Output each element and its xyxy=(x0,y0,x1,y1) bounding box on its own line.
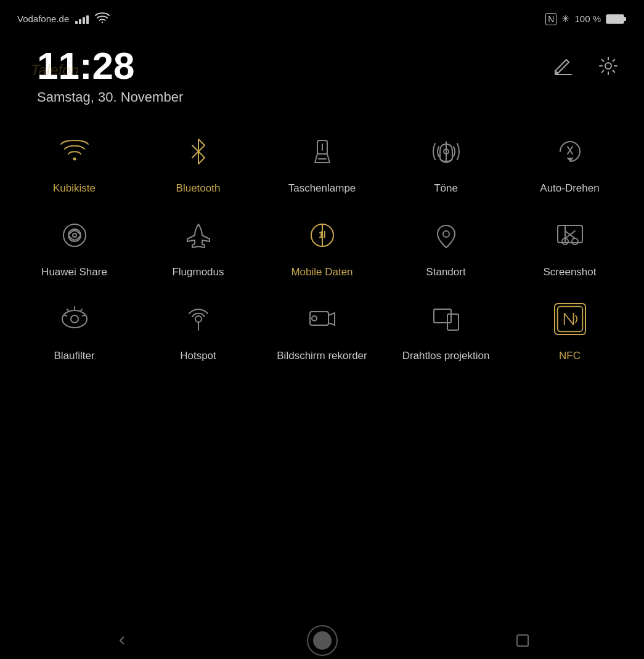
taschenlampe-icon xyxy=(301,130,344,173)
kubikiste-label: Kubikiste xyxy=(53,182,96,195)
toggles-section: Kubikiste Bluetooth Taschenlampe xyxy=(0,111,644,369)
svg-line-31 xyxy=(67,309,68,311)
toggle-autodrehen[interactable]: Auto-Drehen xyxy=(515,124,626,201)
svg-point-20 xyxy=(443,231,449,237)
blaufilter-icon xyxy=(53,297,96,341)
svg-point-4 xyxy=(605,63,611,69)
taschenlampe-label: Taschenlampe xyxy=(288,182,356,195)
toggle-kubikiste[interactable]: Kubikiste xyxy=(19,124,130,201)
toggle-standort[interactable]: Standort xyxy=(391,208,502,285)
toggle-screenshot[interactable]: Screenshot xyxy=(515,208,626,285)
clock-actions xyxy=(553,45,619,82)
svg-point-28 xyxy=(62,310,87,328)
bluetooth-icon xyxy=(177,130,220,173)
bottom-bar xyxy=(0,622,644,659)
tone-label: Töne xyxy=(434,182,458,195)
drahtlos-projektion-label: Drahtlos projektion xyxy=(402,349,490,363)
svg-point-25 xyxy=(572,238,578,245)
toggle-huawei-share[interactable]: Huawei Share xyxy=(19,208,130,285)
blaufilter-label: Blaufilter xyxy=(54,349,94,363)
toggle-hotspot[interactable]: Hotspot xyxy=(143,291,254,369)
huawei-share-icon xyxy=(53,214,96,257)
svg-text:1l: 1l xyxy=(319,230,326,240)
bildschirm-rekorder-icon xyxy=(301,297,344,341)
status-bar: Vodafone.de N ✳ 100 % xyxy=(0,0,644,33)
svg-point-5 xyxy=(73,158,76,161)
nfc-status-icon: N xyxy=(545,13,556,25)
svg-rect-37 xyxy=(310,312,328,325)
svg-rect-1 xyxy=(606,15,624,23)
drahtlos-projektion-icon xyxy=(425,297,468,341)
battery-percent: 100 % xyxy=(574,14,601,24)
toggles-row-3: Blaufilter Hotspot Bildsc xyxy=(12,291,632,369)
toggle-tone[interactable]: Töne xyxy=(391,124,502,201)
edit-button[interactable] xyxy=(553,56,573,81)
svg-point-38 xyxy=(312,316,317,321)
flugmodus-icon xyxy=(177,214,220,257)
screenshot-label: Screenshot xyxy=(544,265,597,279)
mobile-daten-label: Mobile Daten xyxy=(291,265,353,279)
autodrehen-label: Auto-Drehen xyxy=(540,182,599,195)
svg-point-29 xyxy=(71,315,78,323)
settings-button[interactable] xyxy=(597,55,619,82)
recent-indicator[interactable] xyxy=(513,631,532,650)
bluetooth-label: Bluetooth xyxy=(176,182,221,195)
toggle-taschenlampe[interactable]: Taschenlampe xyxy=(267,124,378,201)
toggle-bluetooth[interactable]: Bluetooth xyxy=(143,124,254,201)
mobile-daten-icon: 1l xyxy=(301,214,344,257)
svg-point-13 xyxy=(63,224,86,246)
bildschirm-rekorder-label: Bildschirm rekorder xyxy=(277,349,367,363)
wifi-status-icon xyxy=(95,11,110,26)
hotspot-label: Hotspot xyxy=(180,349,216,363)
flugmodus-label: Flugmodus xyxy=(172,265,224,279)
status-left: Vodafone.de xyxy=(17,11,110,26)
toggle-drahtlos-projektion[interactable]: Drahtlos projektion xyxy=(391,291,502,369)
back-indicator[interactable] xyxy=(113,631,131,650)
svg-rect-42 xyxy=(517,635,528,646)
svg-point-0 xyxy=(102,22,103,23)
clock-time: 11:28 xyxy=(37,45,183,87)
carrier-text: Vodafone.de xyxy=(17,14,69,24)
svg-rect-40 xyxy=(434,309,451,323)
toggle-mobile-daten[interactable]: 1l Mobile Daten xyxy=(267,208,378,285)
toggles-row-2: Huawei Share Flugmodus 1l Mobile Daten xyxy=(12,208,632,285)
toggles-row-1: Kubikiste Bluetooth Taschenlampe xyxy=(12,124,632,201)
svg-point-15 xyxy=(73,233,76,237)
kubikiste-icon xyxy=(53,130,96,173)
clock-info: 11:28 Samstag, 30. November xyxy=(37,45,183,105)
screenshot-icon xyxy=(548,214,592,257)
signal-icon xyxy=(75,14,89,24)
svg-line-33 xyxy=(65,315,67,316)
svg-line-34 xyxy=(83,315,84,316)
autodrehen-icon xyxy=(548,130,592,173)
svg-rect-2 xyxy=(624,17,626,21)
nfc-box xyxy=(554,303,586,335)
standort-label: Standort xyxy=(426,265,465,279)
bluetooth-status-icon: ✳ xyxy=(561,13,569,25)
svg-rect-41 xyxy=(557,307,582,332)
toggle-nfc[interactable]: NFC xyxy=(515,291,626,369)
home-indicator[interactable] xyxy=(307,625,338,656)
toggle-flugmodus[interactable]: Flugmodus xyxy=(143,208,254,285)
status-right: N ✳ 100 % xyxy=(545,13,627,25)
battery-icon xyxy=(606,14,627,25)
hotspot-icon xyxy=(177,297,220,341)
tone-icon xyxy=(425,130,468,173)
svg-point-35 xyxy=(195,316,202,322)
standort-icon xyxy=(425,214,468,257)
nfc-icon xyxy=(548,297,592,341)
toggle-bildschirm-rekorder[interactable]: Bildschirm rekorder xyxy=(267,291,378,369)
toggle-blaufilter[interactable]: Blaufilter xyxy=(19,291,130,369)
clock-area: 11:28 Samstag, 30. November xyxy=(0,33,644,111)
huawei-share-label: Huawei Share xyxy=(41,265,107,279)
clock-date: Samstag, 30. November xyxy=(37,89,183,105)
nfc-label: NFC xyxy=(559,349,581,363)
svg-line-32 xyxy=(81,309,82,311)
